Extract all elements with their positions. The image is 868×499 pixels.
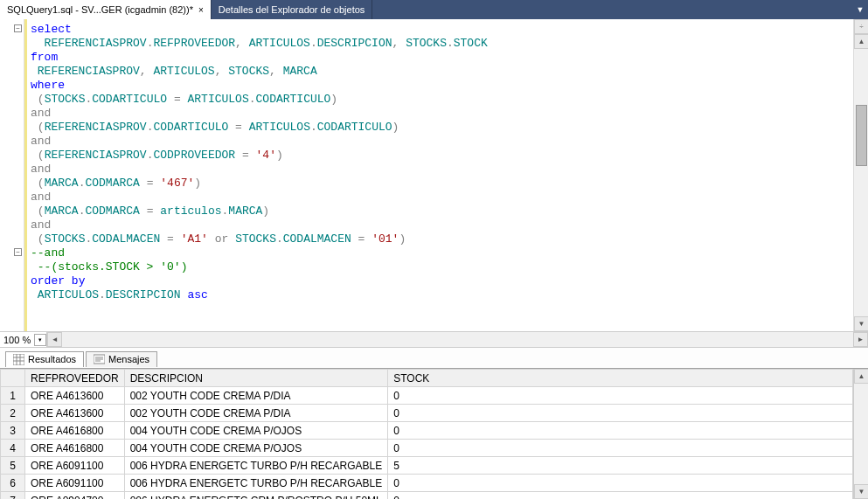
- code-token: =: [167, 232, 174, 246]
- document-tabs: SQLQuery1.sql - SV...GER (icgadmin (82))…: [0, 0, 868, 19]
- corner-cell: [1, 370, 25, 387]
- code-token: .: [310, 121, 317, 134]
- code-token: STOCKS: [45, 232, 86, 246]
- cell[interactable]: 006 HYDRA ENERGETC TURBO P/H RECARGABLE: [124, 457, 388, 475]
- code-token: MARCA: [228, 204, 262, 218]
- row-number: 3: [1, 422, 25, 440]
- code-area[interactable]: select REFERENCIASPROV.REFPROVEEDOR, ART…: [24, 19, 853, 331]
- code-token: [31, 121, 38, 134]
- cell[interactable]: 004 YOUTH CODE CREMA P/OJOS: [124, 440, 388, 457]
- tab-dropdown-icon[interactable]: ▼: [852, 0, 868, 19]
- code-token: REFERENCIASPROV: [45, 149, 147, 162]
- fold-icon[interactable]: −: [14, 248, 22, 256]
- scroll-up-icon[interactable]: ▲: [854, 34, 868, 49]
- code-token: [65, 274, 72, 288]
- code-token: and: [31, 218, 51, 232]
- code-token: by: [72, 274, 86, 288]
- cell[interactable]: 006 HYDRA ENERGETC TURBO P/H RECARGABLE: [124, 475, 388, 492]
- results-vertical-scrollbar[interactable]: ▲ ▼: [853, 369, 868, 499]
- scroll-up-icon[interactable]: ▲: [854, 369, 868, 384]
- code-token: MARCA: [45, 177, 79, 190]
- code-token: CODPROVEEDOR: [153, 149, 235, 162]
- editor-vertical-scrollbar[interactable]: ÷ ▲ ▼: [853, 19, 868, 331]
- cell[interactable]: ORE A4616800: [25, 422, 125, 440]
- tab-results[interactable]: Resultados: [5, 351, 84, 367]
- code-token: ,: [269, 65, 276, 78]
- code-token: ARTICULOS: [242, 121, 310, 134]
- scroll-down-icon[interactable]: ▼: [854, 316, 868, 331]
- cell[interactable]: ORE A6091100: [25, 475, 125, 492]
- editor-horizontal-scrollbar[interactable]: ◄ ►: [46, 332, 868, 347]
- code-token: --(stocks.STOCK > '0'): [31, 260, 187, 274]
- code-token: .: [276, 232, 283, 246]
- results-grid[interactable]: REFPROVEEDOR DESCRIPCION STOCK 1ORE A461…: [0, 369, 853, 499]
- cell[interactable]: ORE A6091100: [25, 457, 125, 475]
- cell[interactable]: 0: [388, 475, 853, 492]
- sql-editor: − − select REFERENCIASPROV.REFPROVEEDOR,…: [0, 19, 868, 332]
- code-token: --and: [31, 246, 65, 260]
- cell[interactable]: ORE A4613600: [25, 387, 125, 405]
- row-number: 1: [1, 387, 25, 405]
- code-token: (: [38, 177, 45, 190]
- table-row[interactable]: 6ORE A6091100006 HYDRA ENERGETC TURBO P/…: [1, 475, 853, 492]
- row-number: 6: [1, 475, 25, 492]
- cell[interactable]: 002 YOUTH CODE CREMA P/DIA: [124, 405, 388, 422]
- results-grid-wrap: REFPROVEEDOR DESCRIPCION STOCK 1ORE A461…: [0, 369, 868, 499]
- cell[interactable]: 0: [388, 387, 853, 405]
- cell[interactable]: ORE A4613600: [25, 405, 125, 422]
- column-header[interactable]: DESCRIPCION: [124, 370, 388, 387]
- code-token: ARTICULOS: [181, 93, 249, 106]
- tab-spacer: [372, 0, 852, 19]
- table-row[interactable]: 7ORE A0904700006 HYDRA ENERGETC CRM P/RO…: [1, 492, 853, 500]
- code-token: and: [31, 191, 51, 204]
- cell[interactable]: ORE A0904700: [25, 492, 125, 500]
- code-token: [351, 232, 358, 246]
- code-token: [31, 93, 38, 106]
- table-row[interactable]: 1ORE A4613600002 YOUTH CODE CREMA P/DIA0: [1, 387, 853, 405]
- code-token: articulos: [154, 204, 222, 218]
- code-token: ARTICULOS: [147, 65, 215, 78]
- cell[interactable]: 0: [388, 405, 853, 422]
- zoom-dropdown-icon[interactable]: ▾: [34, 334, 46, 346]
- table-row[interactable]: 4ORE A4616800004 YOUTH CODE CREMA P/OJOS…: [1, 440, 853, 457]
- cell[interactable]: ORE A4616800: [25, 440, 125, 457]
- scroll-left-icon[interactable]: ◄: [47, 332, 62, 347]
- column-header[interactable]: STOCK: [388, 370, 853, 387]
- grid-icon: [13, 354, 24, 365]
- code-token: STOCKS: [399, 37, 447, 50]
- tab-messages[interactable]: Mensajes: [86, 351, 157, 367]
- code-token: ): [330, 93, 337, 106]
- cell[interactable]: 5: [388, 457, 853, 475]
- code-token: CODMARCA: [85, 177, 139, 190]
- code-token: CODALMACEN: [283, 232, 351, 246]
- table-row[interactable]: 2ORE A4613600002 YOUTH CODE CREMA P/DIA0: [1, 405, 853, 422]
- cell[interactable]: 002 YOUTH CODE CREMA P/DIA: [124, 387, 388, 405]
- cell[interactable]: 0: [388, 440, 853, 457]
- tab-label: Detalles del Explorador de objetos: [219, 4, 365, 15]
- code-token: or: [215, 232, 229, 246]
- close-icon[interactable]: ×: [198, 5, 204, 15]
- table-row[interactable]: 3ORE A4616800004 YOUTH CODE CREMA P/OJOS…: [1, 422, 853, 440]
- code-token: [228, 121, 235, 134]
- code-token: and: [31, 107, 51, 120]
- fold-icon[interactable]: −: [14, 24, 22, 32]
- code-token: and: [31, 163, 51, 176]
- cell[interactable]: 006 HYDRA ENERGETC CRM P/ROSTRO P/H 50ML: [124, 492, 388, 500]
- code-token: [31, 232, 38, 246]
- cell[interactable]: 004 YOUTH CODE CREMA P/OJOS: [124, 422, 388, 440]
- code-token: select: [31, 23, 72, 36]
- tab-object-explorer-details[interactable]: Detalles del Explorador de objetos: [212, 0, 373, 19]
- table-row[interactable]: 5ORE A6091100006 HYDRA ENERGETC TURBO P/…: [1, 457, 853, 475]
- code-token: CODMARCA: [85, 204, 139, 218]
- column-header[interactable]: REFPROVEEDOR: [25, 370, 125, 387]
- code-token: MARCA: [276, 65, 317, 78]
- code-token: ): [392, 121, 399, 134]
- split-icon[interactable]: ÷: [854, 19, 868, 34]
- code-token: [140, 204, 147, 218]
- scroll-right-icon[interactable]: ►: [853, 332, 868, 347]
- cell[interactable]: 0: [388, 422, 853, 440]
- scroll-down-icon[interactable]: ▼: [854, 484, 868, 499]
- cell[interactable]: 0: [388, 492, 853, 500]
- scrollbar-thumb[interactable]: [856, 105, 867, 166]
- tab-sqlquery[interactable]: SQLQuery1.sql - SV...GER (icgadmin (82))…: [0, 0, 212, 19]
